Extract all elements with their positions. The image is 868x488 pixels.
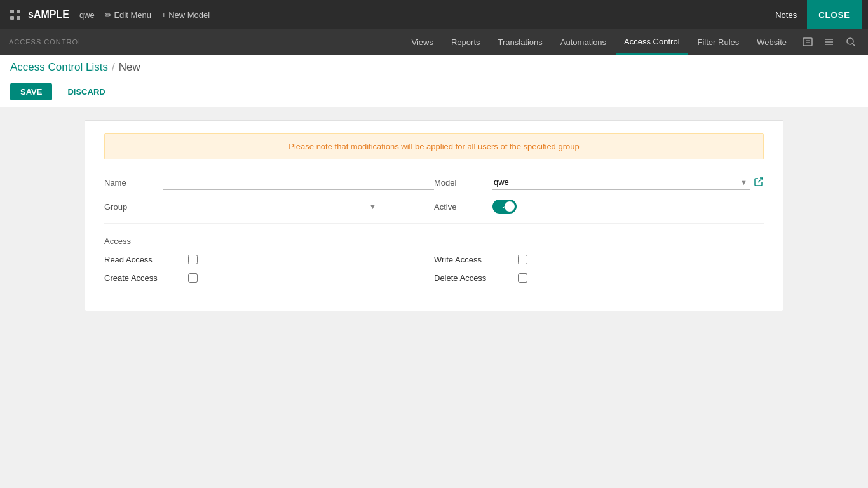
edit-menu-button[interactable]: ✏ Edit Menu [105, 10, 151, 20]
name-input[interactable] [163, 175, 434, 190]
create-access-field: Create Access [104, 273, 434, 283]
svg-rect-1 [17, 10, 20, 13]
breadcrumb-current: New [119, 61, 140, 74]
model-select-wrap: qwe ▼ [492, 175, 750, 190]
svg-rect-0 [10, 10, 14, 13]
user-name: qwe [79, 10, 95, 20]
action-bar: SAVE DISCARD [0, 78, 868, 107]
delete-access-field: Delete Access [434, 273, 764, 283]
model-label: Model [434, 178, 485, 187]
read-write-access-row: Read Access Write Access [104, 255, 764, 264]
create-access-label: Create Access [104, 273, 180, 283]
nav-link-website[interactable]: Website [749, 29, 794, 55]
nav-links: Views Reports Translations Automations A… [404, 29, 794, 55]
nav-icon-group [799, 34, 859, 50]
svg-point-10 [847, 38, 853, 44]
group-label: Group [104, 202, 155, 212]
write-access-label: Write Access [434, 255, 510, 264]
toggle-slider: ✓ [492, 200, 517, 214]
active-label: Active [434, 202, 485, 212]
svg-rect-2 [10, 16, 14, 20]
breadcrumb-separator: / [112, 61, 115, 74]
breadcrumb: Access Control Lists / New [10, 61, 858, 74]
form-card: Please note that modifications will be a… [85, 120, 783, 311]
model-wrap: qwe ▼ [492, 175, 764, 190]
new-model-button[interactable]: + New Model [161, 10, 210, 20]
toggle-check-icon: ✓ [501, 202, 508, 211]
svg-line-12 [758, 178, 763, 182]
breadcrumb-parent[interactable]: Access Control Lists [10, 61, 108, 74]
top-navbar: sAMPLE qwe ✏ Edit Menu + New Model Notes… [0, 0, 868, 29]
active-toggle-wrap: ✓ [492, 200, 517, 214]
write-access-checkbox[interactable] [518, 255, 527, 264]
search-icon[interactable] [843, 34, 859, 50]
form-divider [104, 223, 764, 224]
nav-link-translations[interactable]: Translations [491, 29, 550, 55]
nav-link-access-control[interactable]: Access Control [616, 29, 687, 55]
active-field-group: Active ✓ [434, 200, 764, 214]
list-icon[interactable] [821, 34, 837, 50]
model-select[interactable]: qwe [492, 175, 750, 190]
app-name: sAMPLE [28, 9, 69, 20]
model-field-group: Model qwe ▼ [434, 175, 764, 190]
group-select-wrap: ▼ [163, 199, 379, 214]
save-button[interactable]: SAVE [10, 83, 52, 100]
svg-rect-3 [17, 16, 20, 20]
breadcrumb-area: Access Control Lists / New [0, 55, 868, 78]
discard-button[interactable]: DISCARD [57, 83, 115, 100]
grid-icon[interactable] [6, 6, 24, 24]
delete-access-checkbox[interactable] [518, 273, 527, 283]
contact-card-icon[interactable] [799, 34, 816, 50]
secondary-navbar: ACCESS CONTROL Views Reports Translation… [0, 29, 868, 55]
read-access-label: Read Access [104, 255, 180, 264]
create-access-checkbox[interactable] [188, 273, 198, 283]
svg-line-11 [853, 44, 855, 46]
group-select[interactable] [163, 199, 379, 214]
notes-button[interactable]: Notes [765, 0, 807, 29]
access-section-title: Access [104, 236, 764, 246]
group-field-group: Group ▼ [104, 199, 434, 214]
read-access-field: Read Access [104, 255, 434, 264]
name-model-row: Name Model qwe ▼ [104, 175, 764, 190]
main-content: Please note that modifications will be a… [0, 107, 868, 488]
name-field-group: Name [104, 175, 434, 190]
close-button[interactable]: CLOSE [807, 0, 862, 29]
model-external-link-icon[interactable] [754, 177, 764, 189]
nav-link-reports[interactable]: Reports [444, 29, 488, 55]
create-delete-access-row: Create Access Delete Access [104, 273, 764, 283]
group-active-row: Group ▼ Active ✓ [104, 199, 764, 214]
nav-link-views[interactable]: Views [404, 29, 441, 55]
name-label: Name [104, 178, 155, 187]
write-access-field: Write Access [434, 255, 764, 264]
read-access-checkbox[interactable] [188, 255, 198, 264]
module-label: ACCESS CONTROL [9, 38, 83, 46]
nav-link-filter-rules[interactable]: Filter Rules [690, 29, 747, 55]
nav-link-automations[interactable]: Automations [553, 29, 614, 55]
active-toggle[interactable]: ✓ [492, 200, 517, 214]
warning-banner: Please note that modifications will be a… [104, 133, 764, 159]
delete-access-label: Delete Access [434, 273, 510, 283]
access-section: Access Read Access Write Access Create A… [104, 236, 764, 283]
svg-rect-4 [803, 38, 812, 46]
